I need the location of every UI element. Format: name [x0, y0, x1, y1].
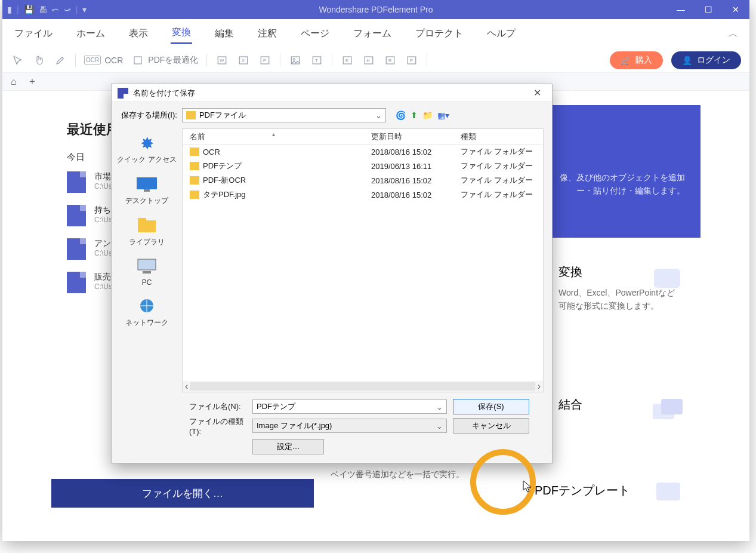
save-button[interactable]: 保存(S) [453, 399, 529, 414]
dialog-title: 名前を付けて保存 [133, 88, 195, 99]
to-html-icon[interactable]: H [362, 54, 375, 67]
close-button[interactable]: ✕ [722, 0, 749, 19]
column-type[interactable]: 種類 [461, 131, 543, 142]
to-excel-icon[interactable]: X [237, 54, 250, 67]
convert-card-icon [650, 264, 687, 293]
to-ppt-icon[interactable]: P [258, 54, 271, 67]
maximize-button[interactable]: ☐ [695, 0, 722, 19]
toolbar: OCROCR PDFを最適化 W X P T E H R P 🛒 購入 👤 ログ… [2, 48, 749, 73]
save-in-label: 保存する場所(I): [121, 110, 177, 121]
new-folder-icon[interactable]: 📁 [422, 110, 433, 120]
undo-icon[interactable]: ⤺ [52, 5, 59, 14]
app-logo-icon: ▮ [7, 5, 12, 14]
svg-text:E: E [345, 58, 348, 63]
nav-back-icon[interactable]: 🌀 [396, 110, 406, 120]
file-row[interactable]: PDF-新OCR2018/08/16 15:02ファイル フォルダー [183, 173, 543, 188]
pdf-file-icon [67, 205, 86, 226]
file-row[interactable]: OCR2018/08/16 15:02ファイル フォルダー [183, 145, 543, 159]
folder-icon [190, 191, 199, 199]
buy-button[interactable]: 🛒 購入 [610, 51, 663, 69]
cancel-button[interactable]: キャンセル [453, 418, 529, 434]
quick-access-icon: ✸ [135, 134, 158, 152]
menubar: ファイル ホーム 表示 変換 編集 注釈 ページ フォーム プロテクト ヘルプ … [2, 19, 749, 48]
save-as-dialog: 名前を付けて保存 ✕ 保存する場所(I): PDFファイル ⌄ 🌀 ⬆ 📁 ▦▾ [111, 84, 553, 463]
column-name[interactable]: 名前 [183, 131, 371, 142]
menu-form[interactable]: フォーム [352, 24, 393, 44]
card-template[interactable]: PDFテンプレート [519, 469, 701, 511]
cart-icon: 🛒 [621, 56, 631, 65]
place-quick-access[interactable]: ✸クイック アクセス [117, 134, 176, 165]
svg-rect-24 [144, 189, 150, 192]
bates-description: ベイツ番号追加などを一括で実行。 [331, 469, 464, 480]
minimize-button[interactable]: — [667, 0, 695, 19]
login-button[interactable]: 👤 ログイン [671, 51, 741, 69]
print-icon[interactable]: 🖶 [39, 5, 47, 14]
place-pc[interactable]: PC [135, 258, 158, 287]
svg-rect-0 [134, 57, 141, 64]
view-menu-icon[interactable]: ▦▾ [437, 110, 449, 120]
place-libraries[interactable]: ライブラリ [129, 217, 165, 247]
menu-help[interactable]: ヘルプ [486, 24, 517, 44]
menu-edit[interactable]: 編集 [214, 24, 235, 44]
folder-icon [190, 148, 199, 156]
edit-tool-icon[interactable] [54, 54, 67, 67]
nav-up-icon[interactable]: ⬆ [411, 110, 418, 120]
scroll-left-icon[interactable]: ‹ [185, 381, 188, 392]
place-network[interactable]: ネットワーク [125, 297, 168, 328]
place-desktop[interactable]: デスクトップ [125, 176, 168, 206]
svg-rect-22 [656, 483, 680, 500]
menu-file[interactable]: ファイル [13, 24, 54, 44]
save-icon[interactable]: 💾 [24, 5, 34, 14]
svg-text:R: R [388, 58, 392, 63]
to-epub-icon[interactable]: E [341, 54, 354, 67]
pc-icon [135, 258, 158, 276]
to-text-icon[interactable]: T [310, 54, 323, 67]
folder-icon [190, 176, 199, 185]
dialog-close-button[interactable]: ✕ [529, 86, 546, 100]
column-date[interactable]: 更新日時 [371, 131, 461, 142]
horizontal-scrollbar[interactable]: ‹› [183, 381, 543, 392]
svg-rect-21 [661, 399, 683, 414]
optimize-button[interactable]: PDFを最適化 [131, 54, 198, 67]
redo-icon[interactable]: ⤻ [64, 5, 71, 14]
chevron-down-icon: ⌄ [436, 403, 443, 411]
settings-button[interactable]: 設定… [252, 439, 324, 454]
to-word-icon[interactable]: W [215, 54, 229, 67]
menu-protect[interactable]: プロテクト [414, 24, 464, 44]
menu-overflow-icon[interactable]: ︿ [728, 26, 739, 41]
svg-text:P: P [410, 58, 413, 63]
svg-text:P: P [263, 58, 266, 63]
menu-convert[interactable]: 変換 [171, 23, 192, 44]
ocr-button[interactable]: OCROCR [84, 56, 123, 65]
file-list-header[interactable]: 名前 ▴ 更新日時 種類 [183, 129, 543, 145]
location-dropdown[interactable]: PDFファイル ⌄ [182, 108, 386, 122]
pdf-file-icon [67, 171, 86, 193]
pointer-tool-icon[interactable] [11, 54, 24, 67]
new-tab-button[interactable]: ＋ [27, 75, 37, 88]
to-rtf-icon[interactable]: R [384, 54, 397, 67]
menu-home[interactable]: ホーム [75, 24, 106, 44]
scroll-right-icon[interactable]: › [538, 381, 541, 392]
hand-tool-icon[interactable] [32, 54, 45, 67]
dropdown-icon[interactable]: ▾ [82, 5, 87, 14]
file-list[interactable]: 名前 ▴ 更新日時 種類 OCR2018/08/16 15:02ファイル フォル… [182, 128, 544, 392]
svg-rect-26 [138, 218, 146, 222]
filename-input[interactable]: PDFテンプ⌄ [252, 400, 447, 414]
file-row[interactable]: PDFテンプ2019/06/13 16:11ファイル フォルダー [183, 159, 543, 173]
combine-card-icon [650, 397, 687, 425]
menu-page[interactable]: ページ [300, 24, 331, 44]
open-file-button[interactable]: ファイルを開く… [51, 479, 314, 508]
to-pdfa-icon[interactable]: P [405, 54, 418, 67]
menu-annotate[interactable]: 注釈 [257, 24, 278, 44]
menu-view[interactable]: 表示 [128, 24, 149, 44]
file-row[interactable]: タテPDF.jpg2018/08/16 15:02ファイル フォルダー [183, 188, 543, 202]
home-tab-icon[interactable]: ⌂ [11, 76, 17, 87]
filetype-dropdown[interactable]: Image ファイル(*.jpg)⌄ [252, 419, 447, 433]
dialog-app-icon [118, 88, 128, 99]
folder-icon [186, 111, 196, 119]
app-title: Wondershare PDFelement Pro [2, 5, 749, 14]
sort-indicator-icon: ▴ [272, 131, 275, 137]
to-image-icon[interactable] [289, 54, 302, 67]
svg-text:H: H [367, 58, 370, 63]
network-icon [135, 297, 158, 315]
